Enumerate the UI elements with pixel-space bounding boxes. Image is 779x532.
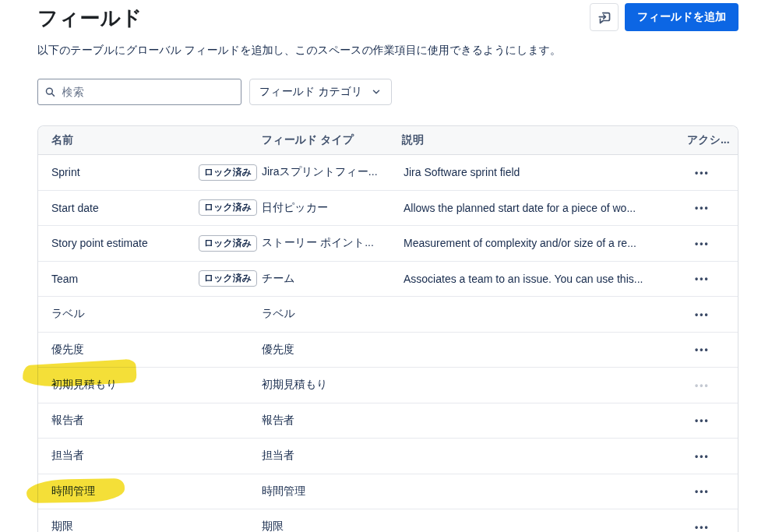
header-actions: フィールドを追加: [590, 3, 738, 31]
name-cell: 時間管理: [38, 474, 262, 509]
name-cell: 初期見積もり: [38, 368, 262, 403]
column-header-description: 説明: [402, 133, 682, 147]
feedback-button[interactable]: [590, 3, 619, 31]
field-type: 初期見積もり: [262, 378, 402, 392]
table-row: 時間管理 時間管理: [38, 474, 738, 510]
field-name: ラベル: [51, 307, 85, 321]
row-actions-button[interactable]: [689, 376, 716, 394]
actions-cell: [682, 340, 738, 358]
row-actions-button[interactable]: [689, 340, 716, 358]
table-body: Sprint ロック済み Jiraスプリントフィー... Jira Softwa…: [38, 155, 738, 532]
name-cell: ラベル: [38, 297, 262, 332]
more-actions-icon: [695, 202, 710, 213]
row-actions-button[interactable]: [689, 305, 716, 323]
column-header-actions: アクシ...: [682, 133, 738, 147]
field-description: Allows the planned start date for a piec…: [402, 202, 682, 214]
more-actions-icon: [695, 308, 710, 320]
field-name: 時間管理: [51, 484, 95, 499]
field-name: Sprint: [51, 166, 80, 178]
table-row: 優先度 優先度: [38, 333, 738, 368]
actions-cell: [682, 234, 738, 252]
field-category-label: フィールド カテゴリ: [259, 85, 363, 99]
more-actions-icon: [695, 379, 710, 391]
table-row: 初期見積もり 初期見積もり: [38, 368, 738, 403]
actions-cell: [682, 164, 738, 181]
table-row: Sprint ロック済み Jiraスプリントフィー... Jira Softwa…: [38, 155, 738, 191]
table-row: ラベル ラベル: [38, 297, 738, 333]
field-description: Associates a team to an issue. You can u…: [402, 273, 682, 285]
name-cell: Team ロック済み: [38, 262, 262, 297]
more-actions-icon: [695, 273, 710, 284]
row-actions-button[interactable]: [689, 411, 716, 429]
name-cell: Sprint ロック済み: [38, 155, 262, 190]
more-actions-icon: [695, 485, 710, 497]
add-field-button[interactable]: フィールドを追加: [625, 3, 738, 31]
table-row: Start date ロック済み 日付ピッカー Allows the plann…: [38, 191, 738, 227]
filter-bar: フィールド カテゴリ: [37, 79, 738, 105]
row-actions-button[interactable]: [689, 270, 716, 287]
more-actions-icon: [695, 521, 710, 532]
field-name: 報告者: [51, 414, 84, 428]
search-box: [37, 79, 241, 105]
actions-cell: [682, 270, 738, 287]
name-cell: 期限: [38, 509, 262, 532]
chevron-down-icon: [371, 86, 382, 97]
table-row: Team ロック済み チーム Associates a team to an i…: [38, 262, 738, 298]
search-input[interactable]: [61, 85, 234, 99]
field-category-dropdown[interactable]: フィールド カテゴリ: [249, 79, 392, 105]
actions-cell: [682, 199, 738, 217]
field-type: チーム: [262, 272, 402, 286]
field-name: 優先度: [51, 343, 84, 357]
actions-cell: [682, 518, 738, 532]
actions-cell: [682, 482, 738, 500]
more-actions-icon: [695, 238, 710, 249]
row-actions-button[interactable]: [689, 518, 716, 532]
locked-badge: ロック済み: [199, 235, 257, 252]
row-actions-button[interactable]: [689, 482, 716, 500]
field-type: 時間管理: [262, 484, 402, 499]
row-actions-button[interactable]: [689, 199, 716, 217]
table-row: 担当者 担当者: [38, 439, 738, 474]
row-actions-button[interactable]: [689, 447, 716, 465]
field-description: Measurement of complexity and/or size of…: [402, 237, 682, 249]
column-header-field-type: フィールド タイプ: [262, 133, 402, 147]
field-description: Jira Software sprint field: [402, 166, 682, 178]
row-actions-button[interactable]: [689, 164, 716, 181]
field-type: 優先度: [262, 343, 402, 357]
table-row: 期限 期限: [38, 509, 738, 532]
field-type: Jiraスプリントフィー...: [262, 165, 402, 179]
name-cell: Start date ロック済み: [38, 191, 262, 226]
name-cell: 優先度: [38, 333, 262, 368]
more-actions-icon: [695, 414, 710, 426]
global-fields-settings-page: フィールド フィールドを追加 以下のテーブルにグローバル フィールドを追加し、こ…: [0, 0, 779, 532]
more-actions-icon: [695, 344, 710, 355]
field-type: 報告者: [262, 414, 402, 428]
field-name: Team: [51, 273, 78, 285]
locked-badge: ロック済み: [199, 270, 257, 287]
feedback-icon: [597, 9, 612, 25]
name-cell: 担当者: [38, 439, 262, 474]
locked-badge: ロック済み: [199, 164, 257, 181]
actions-cell: [682, 411, 738, 429]
column-header-name: 名前: [38, 133, 262, 147]
search-icon: [44, 86, 56, 98]
field-name: 期限: [51, 520, 73, 532]
actions-cell: [682, 305, 738, 323]
field-name: 初期見積もり: [51, 378, 118, 392]
table-row: Story point estimate ロック済み ストーリー ポイント...…: [38, 226, 738, 262]
field-type: 日付ピッカー: [262, 201, 402, 215]
page-header: フィールド フィールドを追加: [37, 0, 738, 32]
field-type: 担当者: [262, 449, 402, 463]
actions-cell: [682, 447, 738, 465]
name-cell: Story point estimate ロック済み: [38, 226, 262, 261]
row-actions-button[interactable]: [689, 234, 716, 252]
field-type: ラベル: [262, 307, 402, 321]
locked-badge: ロック済み: [199, 199, 257, 216]
field-name: Story point estimate: [51, 237, 148, 249]
field-name: Start date: [51, 202, 99, 214]
field-name: 担当者: [51, 449, 84, 463]
name-cell: 報告者: [38, 403, 262, 439]
more-actions-icon: [695, 450, 710, 462]
fields-table: 名前 フィールド タイプ 説明 アクシ... Sprint ロック済み Jira…: [37, 125, 738, 532]
table-row: 報告者 報告者: [38, 403, 738, 439]
